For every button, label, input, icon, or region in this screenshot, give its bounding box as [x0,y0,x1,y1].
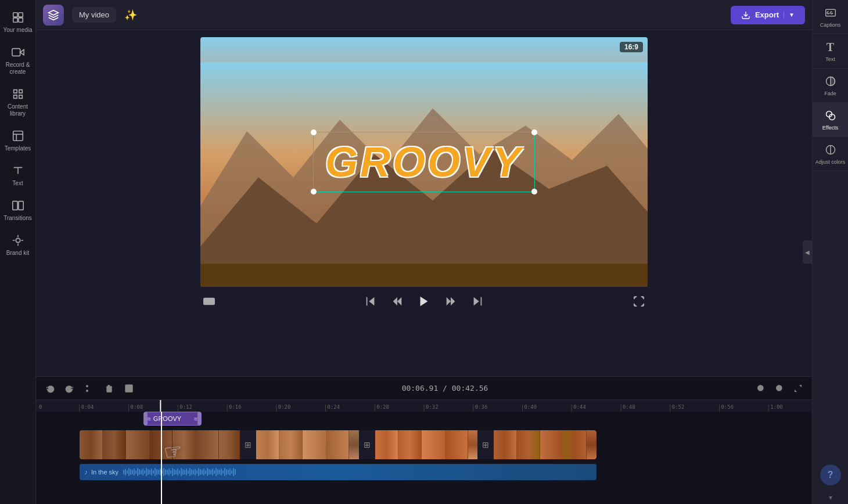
scissors-icon-3: ⊞ [482,440,489,449]
resize-handle-tr[interactable] [531,129,537,135]
rewind-button[interactable] [389,293,406,310]
delete-button[interactable] [101,381,117,395]
svg-point-27 [86,385,88,387]
svg-rect-5 [13,131,23,141]
redo-button[interactable] [62,381,78,395]
skip-to-start-button[interactable] [362,293,379,310]
scissors-icon-1: ⊞ [245,440,251,449]
chevron-down-button[interactable]: ▾ [813,491,848,504]
sidebar-item-transitions[interactable]: Transitions [0,193,35,228]
content-area: 16:9 GROOVY [36,30,812,376]
sidebar-label-transitions: Transitions [3,215,32,222]
resize-handle-br[interactable] [531,189,537,195]
audio-track[interactable]: ♪ In the sky [80,464,597,480]
sidebar-item-your-media[interactable]: Your media [0,5,35,39]
svg-marker-25 [474,297,479,306]
svg-text:0:20: 0:20 [278,404,291,410]
svg-text:0:12: 0:12 [179,404,192,410]
video-area: 16:9 GROOVY [36,30,812,376]
right-panel-effects[interactable]: Effects [813,103,848,137]
right-panel-captions[interactable]: Captions [813,0,848,34]
svg-text:0:04: 0:04 [81,404,94,410]
export-chevron-icon: ▼ [784,12,795,18]
fade-icon [824,74,838,88]
thumb-stripes-3 [375,430,478,459]
sidebar-item-record-create[interactable]: Record & create [0,39,35,81]
segment-divider-2[interactable]: ⊞ [359,430,375,459]
thumb-stripes-1 [80,430,240,459]
video-segment-3[interactable] [375,430,478,459]
fullscreen-button[interactable] [630,293,648,310]
resize-handle-tl[interactable] [311,129,317,135]
grid-icon [11,87,25,101]
fit-timeline-button[interactable] [790,381,806,395]
svg-marker-22 [369,297,374,306]
captions-toggle-button[interactable] [200,293,218,310]
left-sidebar: Your media Record & create Content libra… [0,0,36,504]
app-logo [43,5,64,26]
text-track: ≡ GROOVY ≡ [143,412,202,426]
thumb-stripes-2 [256,430,359,459]
groovy-text: GROOVY [325,138,523,186]
timeline-area: 00:06.91 / 00:42.56 0 [36,376,812,504]
resize-handle-bl[interactable] [311,189,317,195]
magic-button[interactable]: ✨ [122,6,139,24]
svg-rect-10 [12,201,17,210]
adjust-colors-icon [824,143,838,157]
clip-handle-left[interactable] [144,412,148,425]
clip-handle-right[interactable] [197,412,201,425]
text-overlay-box[interactable]: GROOVY [313,132,535,192]
zoom-in-button[interactable] [771,381,788,395]
playback-controls [200,293,648,310]
sidebar-label-templates: Templates [5,145,31,152]
segment-divider-1[interactable]: ⊞ [240,430,256,459]
svg-line-30 [91,389,93,391]
play-button[interactable] [415,293,433,310]
sidebar-item-text[interactable]: Text [0,158,35,193]
video-segment-2[interactable] [256,430,359,459]
sidebar-item-brand-kit[interactable]: Brand kit [0,228,35,262]
video-title-button[interactable]: My video [72,7,116,23]
svg-text:0:16: 0:16 [229,404,242,410]
segment-divider-3[interactable]: ⊞ [477,430,494,459]
video-segment-1[interactable] [80,430,240,459]
svg-text:0:44: 0:44 [573,404,586,410]
effects-icon [824,109,838,123]
skip-to-end-button[interactable] [469,293,486,310]
svg-line-39 [781,390,783,392]
svg-rect-0 [13,13,17,17]
svg-text:0:40: 0:40 [524,404,537,410]
video-canvas[interactable]: 16:9 GROOVY [200,37,648,287]
thumb-stripes-4 [494,430,597,459]
undo-button[interactable] [42,381,58,395]
sidebar-label-your-media: Your media [3,27,32,34]
sidebar-item-content-library[interactable]: Content library [0,81,35,123]
right-panel-fade[interactable]: Fade [813,69,848,103]
main-area: My video ✨ Export ▼ [36,0,812,504]
right-panel: Captions T Text Fade Effects Adjust colo… [812,0,848,504]
fast-forward-button[interactable] [442,293,459,310]
text-clip-groovy[interactable]: ≡ GROOVY ≡ [143,412,202,426]
adjust-colors-label: Adjust colors [815,159,846,165]
save-button[interactable] [121,381,137,395]
sidebar-item-templates[interactable]: Templates [0,123,35,158]
scissors-icon-2: ⊞ [364,440,371,449]
help-button[interactable]: ? [820,465,841,485]
zoom-out-button[interactable] [753,381,769,395]
svg-rect-33 [127,384,130,387]
svg-text:0:56: 0:56 [721,404,734,410]
timeline-ruler[interactable]: 0 0:04 0:08 0:12 0:16 0:20 0:24 0:28 0:3… [36,400,812,412]
audio-waveform [123,467,592,477]
svg-line-31 [88,387,89,388]
cut-button[interactable] [81,381,98,395]
right-panel-adjust-colors[interactable]: Adjust colors [813,137,848,171]
video-segment-4[interactable] [494,430,597,459]
camera-icon [11,45,25,59]
zoom-controls [753,381,806,395]
right-panel-text[interactable]: T Text [813,34,848,69]
export-button[interactable]: Export ▼ [731,6,805,24]
timeline-tracks: ≡ GROOVY ≡ [36,412,812,504]
svg-text:1:00: 1:00 [770,404,783,410]
collapse-panel-button[interactable]: ◀ [803,240,812,264]
text-icon-left [11,164,25,178]
